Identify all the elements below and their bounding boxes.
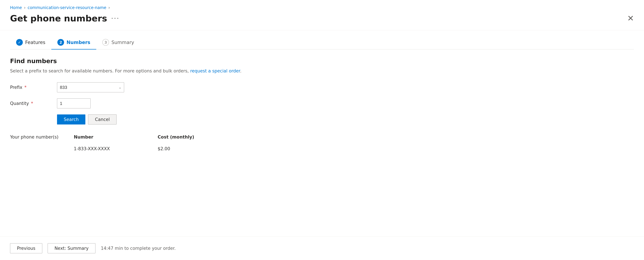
col-header-cost: Cost (monthly) (158, 134, 208, 139)
tab-label-summary: Summary (111, 40, 134, 45)
tab-indicator-numbers: 2 (57, 39, 64, 46)
prefix-select-wrapper: 833 800 844 855 866 877 888 ⌄ (57, 82, 124, 92)
prefix-required: * (23, 85, 26, 90)
next-summary-button[interactable]: Next: Summary (48, 243, 96, 253)
checkmark-icon (18, 40, 21, 44)
description-end: . (240, 68, 241, 73)
section-description: Select a prefix to search for available … (10, 68, 634, 74)
special-order-link[interactable]: request a special order (190, 68, 240, 73)
phone-table-label: Your phone number(s) (10, 134, 74, 139)
search-buttons-row: Search Cancel (57, 115, 634, 125)
phone-table-section: Your phone number(s) Number Cost (monthl… (10, 134, 634, 154)
tab-number-numbers: 2 (60, 40, 62, 44)
footer: Previous Next: Summary 14:47 min to comp… (0, 236, 644, 260)
tab-indicator-summary: 3 (102, 39, 109, 46)
tab-number-summary: 3 (104, 40, 107, 44)
phone-number-cell: 1-833-XXX-XXXX (74, 146, 124, 151)
cancel-button[interactable]: Cancel (88, 115, 116, 125)
tab-features[interactable]: Features (10, 36, 51, 49)
quantity-required: * (30, 101, 33, 106)
page-title: Get phone numbers (10, 13, 107, 23)
phone-table-header: Your phone number(s) Number Cost (monthl… (10, 134, 634, 139)
table-row: 1-833-XXX-XXXX $2.00 (74, 143, 634, 154)
page-header: Get phone numbers ··· ✕ (10, 13, 634, 23)
breadcrumb-separator-2: › (108, 5, 110, 10)
tab-label-numbers: Numbers (66, 40, 90, 45)
search-button[interactable]: Search (57, 115, 85, 125)
tab-label-features: Features (25, 40, 45, 45)
main-content: Find numbers Select a prefix to search f… (10, 58, 634, 260)
description-start: Select a prefix to search for available … (10, 68, 190, 73)
find-numbers-title: Find numbers (10, 58, 634, 64)
close-button[interactable]: ✕ (627, 14, 634, 22)
footer-time-text: 14:47 min to complete your order. (101, 246, 176, 251)
wizard-tabs: Features 2 Numbers 3 Summary (10, 36, 634, 49)
tab-numbers[interactable]: 2 Numbers (51, 36, 96, 49)
col-header-number: Number (74, 134, 124, 139)
quantity-input[interactable] (57, 98, 90, 109)
prefix-field-group: Prefix * 833 800 844 855 866 877 888 ⌄ (10, 82, 634, 92)
phone-table-rows: 1-833-XXX-XXXX $2.00 (10, 143, 634, 154)
breadcrumb-service[interactable]: communication-service-resource-name (28, 5, 106, 10)
table-columns: Number Cost (monthly) (74, 134, 208, 139)
tab-indicator-features (16, 39, 23, 46)
more-options-button[interactable]: ··· (111, 14, 120, 22)
quantity-field-group: Quantity * (10, 98, 634, 109)
breadcrumb: Home › communication-service-resource-na… (10, 5, 634, 10)
breadcrumb-separator-1: › (24, 5, 26, 10)
breadcrumb-home[interactable]: Home (10, 5, 22, 10)
quantity-label: Quantity * (10, 101, 50, 106)
previous-button[interactable]: Previous (10, 243, 42, 253)
prefix-select[interactable]: 833 800 844 855 866 877 888 (57, 82, 124, 92)
cost-cell: $2.00 (158, 146, 170, 151)
tab-summary[interactable]: 3 Summary (96, 36, 140, 49)
prefix-label: Prefix * (10, 85, 50, 90)
